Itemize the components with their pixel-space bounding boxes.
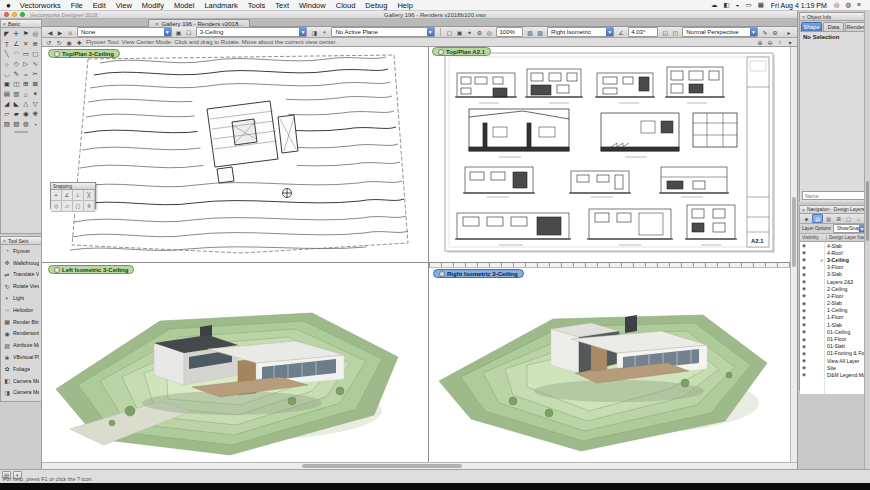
layer-row[interactable]: ◉ Layers 2&3 — [800, 278, 868, 285]
spotlight-icon[interactable]: ◎ — [831, 1, 843, 9]
layer-row[interactable]: ◉ 2-Ceiling — [800, 285, 868, 292]
view-control-icon[interactable]: ⊕ — [756, 38, 764, 47]
snap-mode-button[interactable]: ◻ — [73, 201, 84, 212]
menu-item[interactable]: Landmark — [199, 1, 242, 10]
navigation-mode-icon[interactable]: ⊞ — [834, 215, 843, 222]
zoom-level-field[interactable]: 100% — [496, 27, 523, 37]
menu-item[interactable]: Edit — [88, 1, 111, 10]
tool-set-item[interactable]: ✿ Foliage — [1, 363, 41, 375]
class-dropdown[interactable]: None ▼ — [77, 27, 172, 37]
horizontal-scrollbar[interactable] — [42, 462, 797, 469]
tool-icon[interactable]: ◎ — [31, 29, 41, 39]
view-control-icon[interactable]: ↕ — [776, 38, 784, 47]
viewport-label-right-isometric[interactable]: Right Isometric 3-Ceiling — [433, 269, 524, 278]
visibility-eye-icon[interactable]: ◉ — [800, 329, 808, 334]
tool-set-item[interactable]: ✥ Walkthrough — [1, 257, 41, 269]
view-control-icon[interactable]: ▾ — [786, 38, 794, 47]
layer-row[interactable]: ◉ 1-Floor — [800, 314, 868, 321]
status-icon[interactable]: ▦ — [755, 1, 767, 9]
layer-row[interactable]: ◉ View All Layer — [800, 357, 868, 364]
object-info-tab[interactable]: Data — [823, 22, 844, 31]
visibility-eye-icon[interactable]: ◉ — [800, 337, 808, 342]
visibility-eye-icon[interactable]: ◉ — [800, 322, 808, 327]
saved-view-icon[interactable]: ▢ — [445, 28, 453, 37]
layer-name[interactable]: 01-Footing & Foundatio — [826, 350, 868, 356]
layer-name[interactable]: 2-Slab — [826, 300, 868, 306]
menu-item[interactable]: Debug — [360, 1, 392, 10]
visibility-eye-icon[interactable]: ◉ — [800, 265, 808, 270]
layer-row[interactable]: ◉ 1-Slab — [800, 321, 868, 328]
layer-row[interactable]: ◉ 2-Slab — [800, 300, 868, 307]
vertical-scroll-thumb[interactable] — [792, 197, 796, 267]
menu-item[interactable]: Model — [169, 1, 199, 10]
layer-mode-icon[interactable]: ☐ — [185, 28, 193, 37]
viewport-label-sheet[interactable]: Top/Plan A2.1 — [432, 47, 491, 56]
look-mode-icon[interactable]: ◱ — [661, 28, 669, 37]
spotlight-icon[interactable]: ◍ — [843, 1, 855, 9]
tool-icon[interactable]: ▽ — [31, 99, 41, 109]
tool-icon[interactable]: ▷ — [21, 59, 31, 69]
saved-view-icon[interactable]: ✦ — [465, 28, 473, 37]
toolbar-overflow-icon[interactable]: ▸ — [785, 28, 793, 37]
layer-name[interactable]: 1-Floor — [826, 314, 868, 320]
layer-name[interactable]: 4-Slab — [826, 243, 868, 249]
document-tab[interactable]: × Gallery 196 - Renders v2018... — [148, 19, 250, 27]
tool-icon[interactable]: ✂ — [31, 69, 41, 79]
nav-arrow-icon[interactable]: ▶ — [56, 28, 64, 37]
visibility-column-header[interactable]: Visibility — [800, 235, 827, 240]
layer-name[interactable]: Site — [826, 365, 868, 371]
object-info-tab[interactable]: Shape — [801, 22, 822, 31]
snap-mode-button[interactable]: ╳ — [84, 190, 95, 201]
snap-mode-button[interactable]: ◇ — [51, 201, 62, 212]
tool-sets-header[interactable]: × Tool Sets — [1, 237, 41, 245]
visibility-eye-icon[interactable]: ◉ — [800, 301, 808, 306]
tool-icon[interactable]: ◇ — [12, 59, 22, 69]
visibility-eye-icon[interactable]: ◉ — [800, 372, 808, 377]
visibility-eye-icon[interactable]: ◉ — [800, 344, 808, 349]
name-field[interactable]: Name: — [802, 191, 870, 200]
horizontal-scroll-thumb[interactable] — [302, 464, 462, 468]
snap-mode-button[interactable]: ⊥ — [73, 190, 84, 201]
layer-row[interactable]: ◉ 01-Footing & Foundatio — [800, 350, 868, 357]
layer-name[interactable]: 3-Slab — [826, 271, 868, 277]
tool-icon[interactable]: ≈ — [21, 69, 31, 79]
spotlight-icon[interactable]: ≡ — [854, 1, 864, 9]
tool-set-item[interactable]: ◧ Camera Match... — [1, 375, 41, 387]
viewport-divider-horizontal[interactable] — [42, 262, 790, 263]
status-icon[interactable]: ◧ — [720, 1, 732, 9]
navigation-header[interactable]: × Navigation - Design Layers ? — [800, 206, 868, 214]
close-palette-icon[interactable]: × — [3, 21, 6, 27]
tool-icon[interactable]: ▰ — [12, 109, 22, 119]
tool-icon[interactable]: ◫ — [12, 79, 22, 89]
snap-mode-button[interactable]: ⌖ — [51, 190, 62, 201]
tool-icon[interactable]: ╲ — [2, 49, 12, 59]
layer-name[interactable]: 01-Slab — [826, 343, 868, 349]
layer-name[interactable]: 3-Floor — [826, 264, 868, 270]
visibility-eye-icon[interactable]: ◉ — [800, 315, 808, 320]
tool-icon[interactable]: △ — [21, 99, 31, 109]
layer-row[interactable]: ◉ 01-Floor — [800, 335, 868, 342]
layer-name[interactable]: 2-Ceiling — [826, 286, 868, 292]
tool-icon[interactable]: ◣ — [12, 99, 22, 109]
layer-mode-icon[interactable]: ▣ — [175, 28, 183, 37]
object-info-tab[interactable]: Render — [845, 22, 866, 31]
visibility-eye-icon[interactable]: ◉ — [800, 286, 808, 291]
tool-icon[interactable]: ○ — [2, 59, 12, 69]
navigation-mode-icon[interactable]: ◈ — [802, 215, 811, 222]
menu-item[interactable]: Help — [392, 1, 417, 10]
tool-mode-icon[interactable]: ↻ — [55, 38, 63, 47]
tool-mode-icon[interactable]: ✚ — [75, 38, 83, 47]
navigation-mode-icon[interactable]: ▤ — [812, 214, 823, 223]
tool-icon[interactable]: ◠ — [12, 49, 22, 59]
tool-set-item[interactable]: ❀ VBvisual Plant — [1, 351, 41, 363]
layer-row[interactable]: ◉ 01-Slab — [800, 343, 868, 350]
layer-name[interactable]: 2-Floor — [826, 293, 868, 299]
view-pane-icon[interactable]: ▧ — [526, 28, 534, 37]
active-plane-dropdown[interactable]: No Active Plane ▼ — [331, 27, 434, 37]
saved-view-icon[interactable]: ▣ — [455, 28, 463, 37]
tool-icon[interactable]: ▨ — [2, 119, 12, 129]
viewport-sheet[interactable]: A2.1 — [429, 47, 790, 262]
tool-icon[interactable]: ⊕ — [31, 39, 41, 49]
close-palette-icon[interactable]: × — [802, 207, 805, 213]
visibility-eye-icon[interactable]: ◉ — [800, 272, 808, 277]
